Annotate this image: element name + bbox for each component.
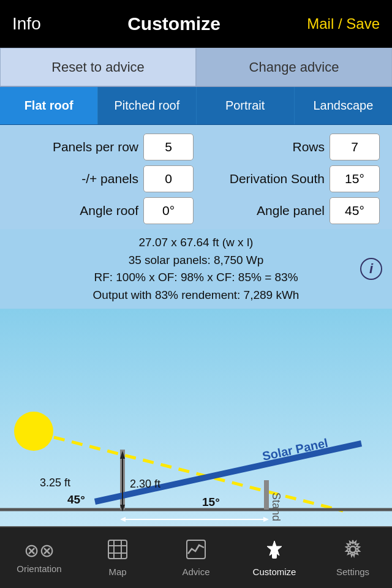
adj-panels-input[interactable]: 0 [143,165,194,192]
svg-rect-0 [0,309,392,548]
panels-per-row-input[interactable]: 5 [143,134,194,160]
tabbar-orientation[interactable]: ⊗⊗ Orientation [0,527,78,588]
info-button[interactable]: Info [12,14,41,34]
info-line4: Output with 83% rendement: 7,289 kWh [12,287,380,304]
derivation-cell: Derivation South 15° [196,163,382,195]
svg-point-18 [350,546,356,552]
roof-type-tabs: Flat roof Pitched roof Portrait Landscap… [0,87,392,125]
svg-rect-10 [108,540,127,559]
angle-45-label: 45° [67,493,85,506]
svg-rect-17 [272,552,277,559]
orientation-icon: ⊗⊗ [24,541,55,560]
tabbar-advice[interactable]: Advice [157,527,235,588]
panels-per-row-cell: Panels per row 5 [10,131,196,163]
advice-icon [186,539,206,563]
mail-save-button[interactable]: Mail / Save [307,15,380,32]
angle-roof-cell: Angle roof 0° [10,195,196,227]
advice-tabs: Reset to advice Change advice [0,48,392,87]
angle-15-label: 15° [202,496,220,508]
customize-icon [264,539,285,563]
angle-roof-label: Angle roof [80,203,138,218]
angle-panel-input[interactable]: 45° [330,197,380,224]
derivation-input[interactable]: 15° [330,165,380,192]
info-icon-button[interactable]: i [360,258,382,280]
tabbar: ⊗⊗ Orientation Map Advice [0,527,392,588]
stand-label: Stand [270,492,282,521]
tabbar-settings[interactable]: Settings [314,527,392,588]
controls-panel: Panels per row 5 Rows 7 -/+ panels 0 Der… [0,125,392,229]
solar-diagram: Solar Panel Stand 2.30 ft 3.25 ft 45° 15… [0,309,392,548]
info-line2: 35 solar panels: 8,750 Wp [12,252,380,270]
page-title: Customize [127,13,221,34]
pitched-roof-tab[interactable]: Pitched roof [98,87,196,124]
rows-input[interactable]: 7 [330,134,380,160]
angle-roof-input[interactable]: 0° [143,197,194,224]
panels-per-row-label: Panels per row [53,140,138,154]
measurement-230-left: 2.30 ft [130,478,160,490]
adj-panels-label: -/+ panels [81,172,138,186]
adj-panels-cell: -/+ panels 0 [10,163,196,195]
header: Info Customize Mail / Save [0,0,392,48]
angle-panel-label: Angle panel [257,203,325,218]
info-line1: 27.07 x 67.64 ft (w x l) [12,234,380,252]
map-icon [107,539,128,563]
tabbar-customize[interactable]: Customize [235,527,314,588]
portrait-tab[interactable]: Portrait [197,87,295,124]
landscape-tab[interactable]: Landscape [295,87,392,124]
change-advice-tab[interactable]: Change advice [196,48,392,86]
rows-cell: Rows 7 [196,131,382,163]
reset-advice-tab[interactable]: Reset to advice [0,48,196,86]
info-box: 27.07 x 67.64 ft (w x l) 35 solar panels… [0,229,392,309]
rows-label: Rows [292,140,325,154]
info-line3: RF: 100% x OF: 98% x CF: 85% = 83% [12,269,380,287]
derivation-label: Derivation South [230,172,325,186]
tabbar-map[interactable]: Map [78,527,157,588]
flat-roof-tab[interactable]: Flat roof [0,87,98,124]
sun-icon [14,412,53,451]
measurement-325: 3.25 ft [40,477,70,489]
angle-panel-cell: Angle panel 45° [196,195,382,227]
settings-icon [342,539,363,563]
